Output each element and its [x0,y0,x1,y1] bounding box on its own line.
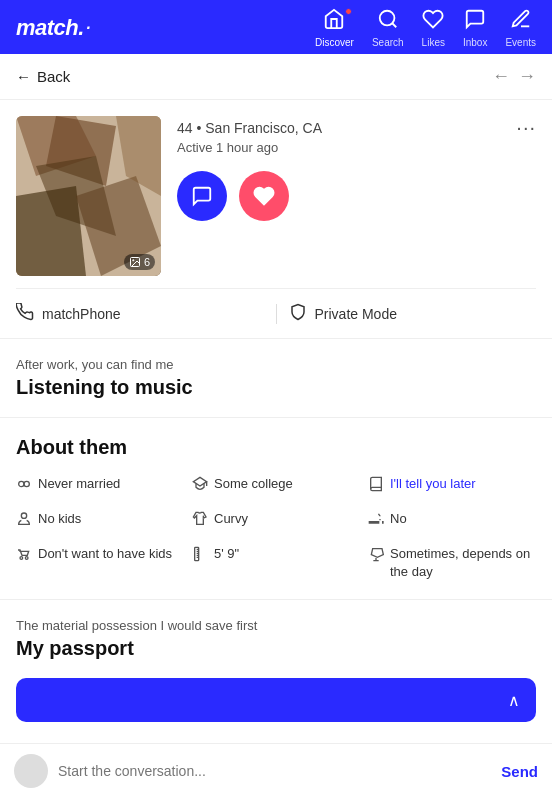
features-row: matchPhone Private Mode [0,289,552,339]
chat-avatar [14,754,48,788]
action-buttons [177,171,536,221]
nav-search[interactable]: Search [372,8,404,48]
send-button[interactable]: Send [501,763,538,780]
photo-placeholder [16,116,161,276]
about-item-body: Curvy [192,510,360,531]
profile-active-status: Active 1 hour ago [177,140,536,155]
back-button[interactable]: ← Back [16,68,70,85]
likes-label: Likes [422,37,445,48]
search-label: Search [372,37,404,48]
about-item-smoking: No [368,510,536,531]
education-text: Some college [214,475,293,493]
more-options-button[interactable]: ··· [516,116,536,139]
graduation-icon [192,476,208,496]
profile-arrows: ← → [492,66,536,87]
svg-point-15 [20,557,23,560]
svg-point-10 [132,260,134,262]
svg-marker-13 [193,477,206,486]
about-item-kids: No kids [16,510,184,531]
smoking-icon [368,511,384,531]
about-title: About them [16,436,536,459]
nav-discover[interactable]: Discover [315,8,354,48]
prev-profile-button[interactable]: ← [492,66,510,87]
logo-heart-icon: · [86,19,90,37]
svg-point-16 [25,557,28,560]
svg-point-0 [380,11,395,26]
inbox-icon [464,8,486,35]
discover-label: Discover [315,37,354,48]
private-mode-label: Private Mode [315,306,397,322]
stroller-icon [16,546,32,566]
matchphone-label: matchPhone [42,306,121,322]
about-item-height: 5' 9" [192,545,360,581]
height-text: 5' 9" [214,545,239,563]
hobby-section: After work, you can find me Listening to… [0,339,552,418]
top-nav: match. · Discover Search [0,0,552,54]
shield-icon [289,303,307,324]
svg-point-11 [19,481,24,486]
expand-banner[interactable]: ∧ [16,678,536,722]
search-icon [377,8,399,35]
svg-marker-6 [16,186,86,276]
hobby-label: After work, you can find me [16,357,536,372]
profile-photo[interactable]: 6 [16,116,161,276]
about-item-want-kids: Don't want to have kids [16,545,184,581]
kids-text: No kids [38,510,81,528]
back-arrow-icon: ← [16,68,31,85]
about-item-marital: Never married [16,475,184,496]
about-item-education: Some college [192,475,360,496]
about-section: About them Never married Some college [0,418,552,600]
matchphone-feature[interactable]: matchPhone [16,303,264,324]
logo-text: match. [16,15,84,41]
chevron-up-icon: ∧ [508,691,520,710]
chat-bar: Send [0,743,552,800]
tshirt-icon [192,511,208,531]
child-icon [16,511,32,531]
private-mode-feature[interactable]: Private Mode [289,303,537,324]
marital-text: Never married [38,475,120,493]
events-label: Events [505,37,536,48]
svg-line-1 [392,23,396,27]
profile-section: 6 44 • San Francisco, CA Active 1 hour a… [0,100,552,288]
drink-icon [368,546,384,566]
ruler-icon [192,546,208,566]
inbox-label: Inbox [463,37,487,48]
svg-point-12 [24,481,29,486]
nav-items: Discover Search Likes [315,8,536,48]
phone-icon [16,303,34,324]
profile-info: 44 • San Francisco, CA Active 1 hour ago [177,116,536,221]
smoking-text: No [390,510,407,528]
likes-icon [422,8,444,35]
passport-section: The material possession I would save fir… [0,600,552,678]
message-button[interactable] [177,171,227,221]
body-text: Curvy [214,510,248,528]
back-row: ← Back ← → [0,54,552,100]
nav-events[interactable]: Events [505,8,536,48]
possession-value: My passport [16,637,536,660]
drinking-text: Sometimes, depends on the day [390,545,536,581]
about-item-religion: I'll tell you later [368,475,536,496]
feature-divider [276,304,277,324]
religion-text: I'll tell you later [390,475,476,493]
next-profile-button[interactable]: → [518,66,536,87]
about-item-drinking: Sometimes, depends on the day [368,545,536,581]
svg-point-14 [21,513,26,518]
rings-icon [16,476,32,496]
chat-input[interactable] [58,763,491,779]
photo-count: 6 [124,254,155,270]
profile-age-location: 44 • San Francisco, CA [177,120,536,136]
nav-inbox[interactable]: Inbox [463,8,487,48]
possession-label: The material possession I would save fir… [16,618,536,633]
about-grid: Never married Some college I'll tell you… [16,475,536,581]
nav-likes[interactable]: Likes [422,8,445,48]
events-icon [510,8,532,35]
want-kids-text: Don't want to have kids [38,545,172,563]
like-button[interactable] [239,171,289,221]
back-label: Back [37,68,70,85]
book-icon [368,476,384,496]
logo[interactable]: match. · [16,15,90,41]
discover-icon [323,8,345,35]
hobby-value: Listening to music [16,376,536,399]
photo-count-number: 6 [144,256,150,268]
